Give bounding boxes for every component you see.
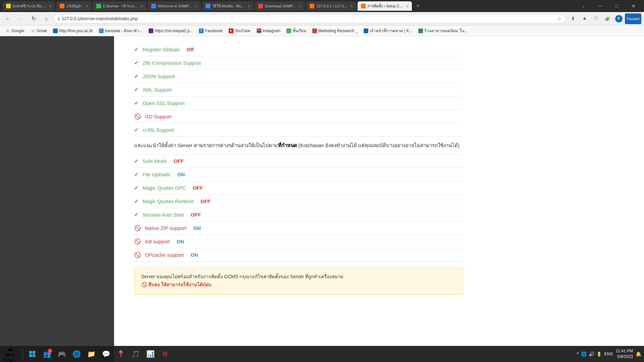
tab-close-4[interactable]: ✕ (195, 4, 198, 8)
notification-bell-icon[interactable]: 🔔 (636, 351, 641, 357)
tab-8[interactable]: การติดตั้ง › Setup C... ✕ (358, 1, 412, 11)
tab-1[interactable]: [แจกฟรี] ระบบ ยืม-... ✕ (3, 1, 55, 11)
spotify-button[interactable]: 🎵 (129, 347, 142, 361)
close-button[interactable]: ✕ (626, 1, 641, 11)
share-button[interactable]: ⬆ (568, 13, 579, 24)
tab-close-5[interactable]: ✕ (248, 4, 250, 8)
teams-button[interactable]: 👥 1 (40, 347, 54, 361)
bookmark-gmail[interactable]: M Gmail (28, 27, 50, 35)
bookmark-youtube[interactable]: ▶ YouTube (226, 27, 253, 35)
profile-button[interactable]: P (613, 13, 624, 24)
bookmark-marketing[interactable]: Marketing Research _ (310, 27, 360, 35)
tab-search-button[interactable]: ⌄ (576, 1, 591, 11)
tab-favicon-8 (361, 4, 366, 8)
tab-5[interactable]: วิธีใช้ filezilla - คัน... ✕ (202, 1, 254, 11)
setting-value-7: ON (176, 239, 184, 244)
address-bar[interactable]: ℹ 127.0.0.1/borrow-main/install/index.ph… (54, 14, 566, 23)
volume-icon[interactable]: 🔊 (589, 351, 594, 357)
chrome-button[interactable]: 🌐 (70, 347, 83, 361)
setting-row-4: ✔ Magic Quotes Runtime OFF (134, 195, 463, 208)
setting-value-6: ON (193, 225, 201, 231)
check-icon-1: ✔ (134, 46, 139, 53)
messenger-button[interactable]: 💬 (99, 347, 113, 361)
discord-button[interactable]: 🎮 (55, 347, 68, 361)
new-tab-button[interactable]: + (413, 1, 423, 11)
tab-6[interactable]: Download XAMP... ✕ (255, 1, 305, 11)
check-label-2: Zlib Compression Support (143, 60, 201, 66)
setting-row-8: 🚫 OPcache support ON (134, 248, 463, 262)
bookmark-favicon-sis (149, 28, 153, 33)
bookmark-school[interactable]: ชั้นเรียน (284, 27, 309, 35)
maps-icon: 📍 (117, 350, 125, 358)
setting-row-1: ✔ Safe Mode OFF (134, 155, 463, 168)
tab-label-6: Download XAMP... (265, 4, 296, 8)
address-text: 127.0.0.1/borrow-main/install/index.php (62, 16, 555, 21)
bookmark-favicon-school (286, 28, 291, 33)
back-button[interactable]: ← (3, 13, 13, 24)
warning-red-icon: 🚫 (141, 282, 147, 287)
forward-button[interactable]: → (15, 13, 26, 24)
tab-close-3[interactable]: ✕ (141, 4, 143, 8)
bookmark-lms[interactable]: http://lms.psu.ac.th (50, 27, 96, 35)
adblock-icon[interactable]: 🛡 (591, 13, 601, 24)
setting-value-4: OFF (201, 198, 211, 204)
setting-label-4: Magic Quotes Runtime (143, 198, 194, 204)
check-row-4: ✔ XML Support (134, 83, 463, 97)
tab-3[interactable]: E-Borrow - เข้าระบ... ✕ (93, 1, 147, 11)
taskbar-separator-1 (22, 349, 23, 359)
bookmark-sis[interactable]: https://sis-hatyai2.p... (146, 27, 195, 35)
tab-close-7[interactable]: ✕ (350, 4, 353, 8)
maps-button[interactable]: 📍 (114, 347, 127, 361)
setting-label-1: Safe Mode (143, 158, 167, 164)
check-icon-2: ✔ (134, 60, 139, 66)
messenger-icon: 💬 (102, 350, 110, 358)
analytics-button[interactable]: 📊 (144, 347, 157, 361)
file-explorer-button[interactable]: 📁 (85, 347, 98, 361)
tab-4[interactable]: Welcome to XAMP... ✕ (148, 1, 201, 11)
reload-button[interactable]: ↻ (28, 13, 39, 24)
clock[interactable]: 11:41 PM 5/8/2023 (616, 348, 633, 360)
start-button[interactable] (25, 347, 39, 361)
bookmark-google[interactable]: G Google (3, 27, 27, 35)
minimize-button[interactable]: ─ (592, 1, 608, 11)
bookmark-label-market2: เจ้าหน้าที่การตลาด | K... (370, 27, 412, 34)
nav-actions: ⬆ ★ 🛡 🧩 P Paused (568, 13, 641, 24)
setting-icon-8: 🚫 (134, 252, 141, 258)
tab-close-8[interactable]: ✕ (406, 4, 409, 8)
extensions-button[interactable]: 🧩 (602, 13, 613, 24)
bookmark-food[interactable]: ร้านอาหารยอดนิยม ใน... (416, 27, 470, 35)
address-star-icon[interactable]: ☆ (557, 16, 561, 21)
paused-button[interactable]: Paused (625, 13, 641, 24)
warning-text-2: สีแดง ให้สามารถใช้งานได้ก่อน (148, 282, 211, 287)
titlebar: [แจกฟรี] ระบบ ยืม-... ✕ แจ้งปัญหา ✕ E-Bo… (0, 0, 644, 12)
tab-close-6[interactable]: ✕ (299, 4, 302, 8)
bookmark-facebook[interactable]: f Facebook (196, 27, 225, 35)
bookmark-button[interactable]: ★ (579, 13, 590, 24)
tab-7[interactable]: 127.0.0.1 / 127.0... ✕ (306, 1, 357, 11)
check-row-3: ✔ JSON Support (134, 70, 463, 83)
battery-icon[interactable]: 🔋 (596, 352, 602, 357)
tab-close-1[interactable]: ✕ (49, 4, 52, 8)
bookmark-label-youtube: YouTube (235, 28, 251, 33)
check-row-5: ✔ Open SSL Support (134, 97, 463, 110)
maximize-button[interactable]: □ (609, 1, 625, 11)
home-button[interactable]: ⌂ (41, 13, 52, 24)
setting-value-3: OFF (193, 185, 203, 191)
setting-icon-1: ✔ (134, 158, 139, 164)
tab-2[interactable]: แจ้งปัญหา ✕ (56, 1, 92, 11)
setting-label-6: Native ZIP support (145, 225, 186, 231)
bookmark-market2[interactable]: เจ้าหน้าที่การตลาด | K... (361, 27, 415, 35)
bookmark-translate[interactable]: translate - ค้นหาด้ว... (96, 27, 146, 35)
setting-value-1: OFF (174, 158, 184, 164)
setting-row-3: ✔ Magic Quotes GPC OFF (134, 181, 463, 195)
setting-value-5: OFF (191, 212, 201, 218)
setting-row-5: ✔ Session Auto Start OFF (134, 208, 463, 222)
tab-close-2[interactable]: ✕ (86, 4, 88, 8)
chevron-up-icon[interactable]: ^ (577, 351, 579, 357)
xampp-button[interactable]: ⚙ (158, 347, 172, 361)
weather-widget[interactable]: ☁ 26°C มีเมฆมาก (3, 345, 17, 362)
setting-label-7: Intl support (145, 239, 170, 244)
network-icon[interactable]: 🌐 (581, 351, 587, 357)
check-label-5: Open SSL Support (143, 100, 184, 106)
bookmark-instagram[interactable]: 📷 Instagram (254, 27, 283, 35)
